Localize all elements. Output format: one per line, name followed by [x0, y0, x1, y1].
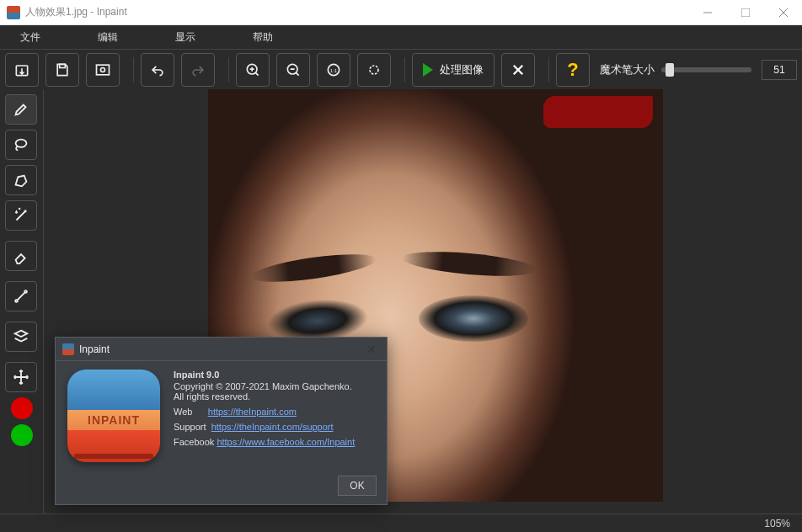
menu-help[interactable]: 帮助: [244, 27, 281, 48]
brush-size-value[interactable]: [762, 60, 797, 80]
slider-thumb[interactable]: [666, 63, 674, 77]
about-close-button[interactable]: ✕: [363, 341, 380, 358]
about-logo-text: INPAINT: [67, 410, 160, 430]
about-support-label: Support: [174, 422, 206, 432]
about-ok-button[interactable]: OK: [338, 476, 377, 496]
zoom-fit-button[interactable]: [357, 53, 391, 87]
open-button[interactable]: [5, 53, 39, 87]
save-button[interactable]: [45, 53, 79, 87]
eraser-tool[interactable]: [5, 241, 37, 271]
svg-text:1:1: 1:1: [330, 67, 337, 72]
minimize-button[interactable]: [688, 0, 726, 25]
magic-wand-tool[interactable]: [5, 200, 37, 231]
statusbar: 105%: [0, 513, 802, 532]
about-web-link[interactable]: https://theInpaint.com: [208, 407, 297, 417]
about-titlebar[interactable]: Inpaint ✕: [56, 338, 387, 361]
preview-button[interactable]: [86, 53, 120, 87]
undo-button[interactable]: [141, 53, 174, 87]
about-copyright: Copyright © 2007-2021 Maxim Gapchenko.: [174, 381, 355, 391]
toolbar: 1:1 处理图像 ? 魔术笔大小: [0, 49, 802, 89]
donor-red[interactable]: [11, 397, 33, 419]
play-icon: [423, 63, 433, 77]
zoom-actual-button[interactable]: 1:1: [317, 53, 350, 87]
about-title-text: Inpaint: [79, 343, 363, 355]
left-toolbar: [0, 89, 44, 513]
marker-tool[interactable]: [5, 94, 37, 125]
svg-point-10: [16, 140, 27, 147]
menu-file[interactable]: 文件: [12, 27, 49, 48]
donor-green[interactable]: [11, 424, 33, 446]
about-logo: INPAINT: [67, 370, 160, 462]
about-facebook-label: Facebook: [174, 437, 214, 447]
menubar: 文件 编辑 显示 帮助: [0, 25, 802, 49]
svg-rect-0: [741, 8, 750, 17]
window-title: 人物效果1.jpg - Inpaint: [25, 5, 688, 19]
about-app-icon: [62, 343, 74, 355]
titlebar: 人物效果1.jpg - Inpaint: [0, 0, 802, 25]
line-tool[interactable]: [5, 281, 37, 311]
about-support-link[interactable]: https://theInpaint.com/support: [211, 422, 334, 432]
svg-rect-2: [60, 64, 66, 67]
process-button[interactable]: 处理图像: [412, 53, 495, 87]
lasso-tool[interactable]: [5, 130, 37, 160]
redo-button[interactable]: [181, 53, 215, 87]
app-icon: [7, 6, 20, 19]
cancel-button[interactable]: [501, 53, 535, 87]
about-rights: All rights reserved.: [174, 391, 355, 402]
menu-edit[interactable]: 编辑: [89, 27, 126, 48]
svg-point-4: [101, 67, 105, 72]
svg-point-9: [370, 66, 378, 74]
menu-view[interactable]: 显示: [167, 27, 204, 48]
zoom-out-button[interactable]: [276, 53, 310, 87]
about-product: Inpaint 9.0: [174, 370, 355, 380]
brush-size-slider[interactable]: [661, 67, 751, 72]
zoom-level: 105%: [764, 518, 790, 529]
maximize-button[interactable]: [726, 0, 764, 25]
zoom-in-button[interactable]: [236, 53, 270, 87]
polygon-tool[interactable]: [5, 165, 37, 195]
about-dialog: Inpaint ✕ INPAINT Inpaint 9.0 Copyright …: [55, 337, 388, 505]
svg-rect-3: [97, 65, 110, 75]
about-web-label: Web: [174, 407, 192, 417]
help-button[interactable]: ?: [556, 53, 590, 87]
about-facebook-link[interactable]: https://www.facebook.com/Inpaint: [217, 437, 355, 447]
close-button[interactable]: [764, 0, 802, 25]
process-label: 处理图像: [440, 62, 484, 77]
brush-size-label: 魔术笔大小: [600, 62, 655, 77]
move-tool[interactable]: [5, 362, 37, 392]
layers-tool[interactable]: [5, 322, 37, 352]
